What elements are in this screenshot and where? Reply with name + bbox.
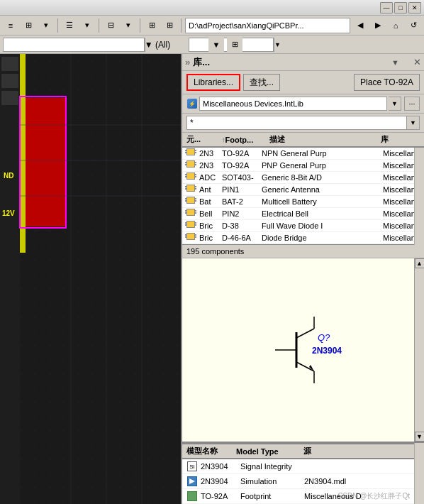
model-signal-icon: SI <box>186 461 198 472</box>
toolbar-icon-3[interactable]: ☰ <box>62 18 77 33</box>
toolbar-icon-6[interactable]: ▾ <box>121 18 136 33</box>
toolbar-sep-4 <box>181 18 182 33</box>
toolbar-sep-3 <box>140 18 140 33</box>
svg-rect-6 <box>1 91 18 105</box>
canvas-area[interactable]: ND 12V <box>0 54 181 504</box>
comp-name: Ant <box>199 185 222 194</box>
component-table-wrap: 2N3 TO-92A NPN General Purp Miscellan 2N… <box>182 148 424 245</box>
toolbar2-filter-icon[interactable]: ▼ <box>208 37 224 53</box>
list-item[interactable]: ADC SOT403- Generic 8-Bit A/D Miscellan <box>182 172 424 184</box>
toolbar-refresh[interactable]: ↺ <box>406 18 421 33</box>
comp-table-scrollbar[interactable] <box>414 148 424 245</box>
list-item[interactable]: 2N3 TO-92A PNP General Purp Miscellan <box>182 160 424 172</box>
svg-line-20 <box>296 329 314 338</box>
svg-text:2N3904: 2N3904 <box>312 346 342 356</box>
list-item[interactable]: Bat BAT-2 Multicell Battery Miscellan <box>182 196 424 208</box>
search-row: * ▼ <box>182 114 424 133</box>
search-field[interactable]: * <box>186 116 407 130</box>
toolbar-icon-7[interactable]: ⊞ <box>144 18 160 33</box>
toolbar-home[interactable]: ⌂ <box>388 18 403 33</box>
model-header-src[interactable]: 源 <box>303 446 417 456</box>
comp-name: ADC <box>199 173 222 182</box>
lib-icon-img: ⚡ <box>187 99 197 109</box>
toolbar-icon-1[interactable]: ⊞ <box>21 18 36 33</box>
comp-desc: NPN General Purp <box>262 149 383 158</box>
model-table-header: 模型名称 Model Type 源 ↑ <box>182 443 424 459</box>
component-table-header: 元... ↑ Footp... 描述 库 <box>182 133 424 148</box>
toolbar2-grid-icon[interactable]: ⊞ <box>227 37 242 53</box>
list-item[interactable]: 2N3 TO-92A NPN General Purp Miscellan <box>182 148 424 160</box>
library-name-combo[interactable]: Miscellaneous Devices.IntLib <box>199 97 387 111</box>
toolbar-path[interactable]: D:\adProject\sanXiangQiPCBPr... <box>185 18 350 33</box>
comp-icon <box>186 160 198 170</box>
model-name: 2N3904 <box>201 462 240 471</box>
svg-rect-4 <box>1 57 18 71</box>
comp-desc: Multicell Battery <box>262 197 383 206</box>
comp-icon <box>186 172 198 182</box>
list-item[interactable]: Ant PIN1 Generic Antenna Miscellan <box>182 184 424 196</box>
model-type: Signal Integrity <box>240 462 304 471</box>
comp-icon <box>186 148 198 158</box>
place-button[interactable]: Place TO-92A <box>354 74 420 91</box>
toolbar-nav-back[interactable]: ◀ <box>352 18 368 33</box>
component-list[interactable]: 2N3 TO-92A NPN General Purp Miscellan 2N… <box>182 148 424 245</box>
component-count: 195 components <box>182 245 424 258</box>
toolbar-icon-8[interactable]: ⊞ <box>162 18 177 33</box>
library-dropdown-row: ⚡ Miscellaneous Devices.IntLib ▼ ··· <box>182 94 424 114</box>
panel-expand-icon[interactable]: » <box>185 57 190 67</box>
toolbar-icon-5[interactable]: ⊟ <box>103 18 118 33</box>
library-combo-arrow[interactable]: ▼ <box>389 97 401 111</box>
toolbar-icon-2[interactable]: ▾ <box>38 18 54 33</box>
comp-foot: D-46-6A <box>222 234 262 242</box>
header-lib[interactable]: 库 <box>381 134 420 145</box>
toolbar2-filter-label: ▼ (All) <box>129 40 186 50</box>
comp-desc: Generic Antenna <box>262 185 383 194</box>
libraries-button[interactable]: Libraries... <box>186 74 240 91</box>
toolbar-nav-fwd[interactable]: ▶ <box>370 18 386 33</box>
comp-foot: PIN1 <box>222 185 262 194</box>
comp-foot: SOT403- <box>222 173 262 182</box>
model-scrollbar[interactable] <box>414 443 424 504</box>
comp-foot: TO-92A <box>222 149 262 158</box>
panel-title: 库... <box>193 56 389 69</box>
panel-close-button[interactable]: ✕ <box>413 57 421 67</box>
panel-pin-button[interactable]: ▼ <box>391 58 399 67</box>
comp-desc: PNP General Purp <box>262 161 383 170</box>
close-button[interactable]: ✕ <box>408 2 421 13</box>
header-footprint[interactable]: Footp... <box>225 136 269 144</box>
comp-icon <box>186 197 198 207</box>
model-header-name[interactable]: 模型名称 <box>186 446 236 456</box>
comp-foot: D-38 <box>222 221 262 230</box>
model-list-item[interactable]: SI 2N3904 Signal Integrity <box>182 459 424 474</box>
minimize-button[interactable]: — <box>380 2 393 13</box>
toolbar-menu-btn[interactable]: ≡ <box>3 18 18 33</box>
model-list-item[interactable]: 2N3904 Simulation 2N3904.mdl <box>182 474 424 489</box>
toolbar-icon-4[interactable]: ▾ <box>79 18 95 33</box>
toolbar2-combo1[interactable] <box>3 38 145 52</box>
comp-icon <box>186 233 198 243</box>
comp-name: Bat <box>199 197 222 206</box>
list-item[interactable]: Bell PIN2 Electrical Bell Miscellan <box>182 208 424 220</box>
comp-icon <box>186 209 198 219</box>
header-desc[interactable]: 描述 <box>269 134 381 145</box>
svg-rect-7 <box>20 54 26 253</box>
preview-scroll-up[interactable]: ▲ <box>415 258 425 268</box>
list-item[interactable]: Bric D-38 Full Wave Diode I Miscellan <box>182 220 424 232</box>
list-item[interactable]: Bric D-46-6A Diode Bridge Miscellan <box>182 232 424 244</box>
comp-icon <box>186 185 198 195</box>
model-foot-icon <box>186 491 198 502</box>
header-elem[interactable]: 元... <box>186 134 222 145</box>
model-type: Simulation <box>240 477 304 486</box>
panel-buttons-row: Libraries... 查找... Place TO-92A <box>182 71 424 94</box>
comp-foot: TO-92A <box>222 161 262 170</box>
library-more-button[interactable]: ··· <box>404 97 420 111</box>
preview-scroll-down[interactable]: ▼ <box>415 432 425 442</box>
svg-text:12V: 12V <box>2 209 15 217</box>
model-header-type[interactable]: Model Type <box>236 447 303 456</box>
svg-text:Q?: Q? <box>318 332 330 343</box>
search-arrow[interactable]: ▼ <box>407 116 420 130</box>
toolbar2-combo2-arrow[interactable]: ▼ <box>274 38 281 52</box>
search-button[interactable]: 查找... <box>243 74 280 91</box>
preview-scrollbar[interactable]: ▲ ▼ <box>414 258 424 442</box>
maximize-button[interactable]: □ <box>394 2 407 13</box>
